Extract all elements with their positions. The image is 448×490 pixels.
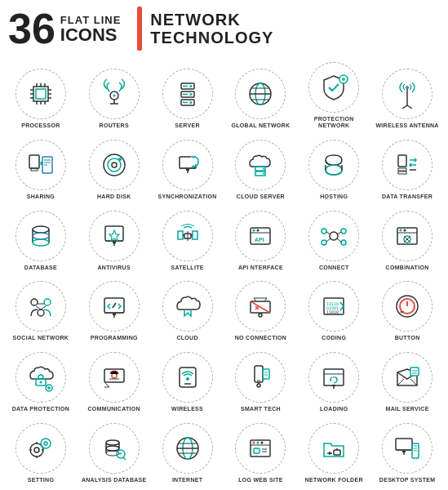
mail-service-icon [391,361,424,394]
routers-icon [98,78,131,110]
hosting-label: HOSTING [320,194,348,200]
icon-cell-routers: ROUTERS [78,60,150,133]
icon-wrapper-programming [89,281,140,332]
svg-point-180 [261,441,264,443]
icon-wrapper-protection-network [308,62,359,113]
icon-wrapper-analysis-database [89,423,140,474]
svg-text:11010: 11010 [326,310,339,314]
button-label: BUTTON [395,335,420,341]
svg-point-89 [330,232,338,240]
icon-cell-cloud-server: CLOUD SERVER [225,135,297,204]
server-icon [171,78,204,110]
svg-rect-151 [410,368,419,376]
icon-wrapper-database [16,211,66,261]
icon-wrapper-communication [89,352,140,403]
icon-wrapper-mail-service [382,352,432,403]
icon-wrapper-internet [162,423,213,474]
svg-point-118 [259,314,262,317]
cloud-server-label: CLOUD SERVER [237,194,285,200]
icon-wrapper-smart-tech [235,352,286,403]
combination-icon [391,220,424,252]
icon-cell-wireless-antenna: WIRELESS ANTENNA [371,60,443,133]
programming-label: PROGRAMMING [91,335,138,341]
svg-rect-136 [255,366,263,382]
analysis-database-icon [98,432,131,465]
global-network-label: GLOBAL NETWORK [232,122,291,129]
icon-cell-button: BUTTON [371,276,443,345]
svg-point-58 [263,173,264,175]
icon-cell-mail-service: MAIL SERVICE [371,347,443,416]
icon-cell-api-interface: API API NTERFACE [225,205,297,274]
processor-label: PROCESSOR [21,122,60,129]
data-transfer-icon [391,149,424,181]
svg-line-37 [407,105,412,109]
icon-wrapper-no-connection [235,281,286,332]
svg-point-87 [257,229,259,231]
icon-wrapper-data-protection [16,352,66,403]
hard-disk-label: HARD DISK [97,194,131,200]
header-divider [137,7,142,51]
icon-cell-programming: PROGRAMMING [78,276,150,345]
communication-icon [98,361,131,394]
data-transfer-label: DATA TRANSFER [382,194,432,200]
synchronization-label: SYNCHRONIZATION [158,194,217,200]
coding-label: CODING [322,335,346,341]
synchronization-icon [171,149,204,181]
icon-cell-synchronization: SYNCHRONIZATION [152,135,224,204]
svg-point-92 [322,240,326,245]
svg-point-157 [44,442,47,445]
svg-line-170 [123,457,126,460]
icon-wrapper-wireless [162,352,213,403]
antivirus-icon [98,220,131,252]
loading-label: LOADING [320,406,348,412]
icon-wrapper-combination [382,211,432,261]
hard-disk-icon [98,149,131,181]
icon-cell-coding: 10110 01001 11010 CODING [298,276,370,345]
svg-point-48 [112,163,117,167]
wireless-icon [171,361,204,394]
wireless-label: WIRELESS [171,406,203,412]
icon-cell-smart-tech: SMART TECH [225,347,297,416]
internet-label: INTERNET [172,477,202,483]
icon-cell-hard-disk: HARD DISK [78,135,150,204]
programming-icon [98,290,131,323]
icon-cell-database: DATABASE [5,205,77,274]
icon-cell-hosting: HOSTING [298,135,370,204]
icon-wrapper-api-interface: API [235,211,286,261]
api-interface-label: API NTERFACE [238,265,283,271]
social-network-label: SOCIAL NETWORK [13,335,69,341]
server-label: SERVER [175,122,199,129]
svg-point-90 [322,229,326,234]
icon-wrapper-connect [308,211,359,261]
coding-icon: 10110 01001 11010 [317,290,350,323]
icon-cell-server: SERVER [152,60,224,133]
svg-point-178 [253,441,255,443]
icon-wrapper-antivirus [89,211,140,261]
icon-wrapper-satellite [162,211,213,261]
icon-cell-loading: LOADING [298,347,370,416]
icon-wrapper-routers [89,69,140,119]
icon-cell-connect: CONNECT [298,205,370,274]
icon-cell-analysis-database: ANALYSIS DATABASE [78,417,150,487]
loading-icon [317,361,350,394]
svg-point-17 [113,95,115,97]
connect-icon [317,220,350,252]
page-header: 36 FLAT LINE ICONS NETWORK TECHNOLOGY [0,0,448,57]
svg-point-105 [31,299,38,305]
icon-cell-network-folder: NETWORK FOLDER [298,417,370,487]
svg-rect-63 [398,168,406,171]
svg-line-96 [326,238,330,242]
svg-line-36 [402,105,407,109]
icon-count: 36 [8,7,55,50]
svg-point-21 [189,85,192,87]
header-right: NETWORK TECHNOLOGY [150,7,273,51]
icon-wrapper-synchronization [162,140,213,190]
icon-wrapper-cloud-server [235,140,286,190]
desktop-system-icon [391,432,424,465]
icon-cell-data-transfer: DATA TRANSFER [371,135,443,204]
svg-point-72 [33,239,49,246]
svg-rect-138 [263,369,269,379]
icon-cell-no-connection: NO CONNECTION [225,276,297,345]
icon-cell-social-network: SOCIAL NETWORK [5,276,77,345]
icon-wrapper-setting [16,423,66,474]
